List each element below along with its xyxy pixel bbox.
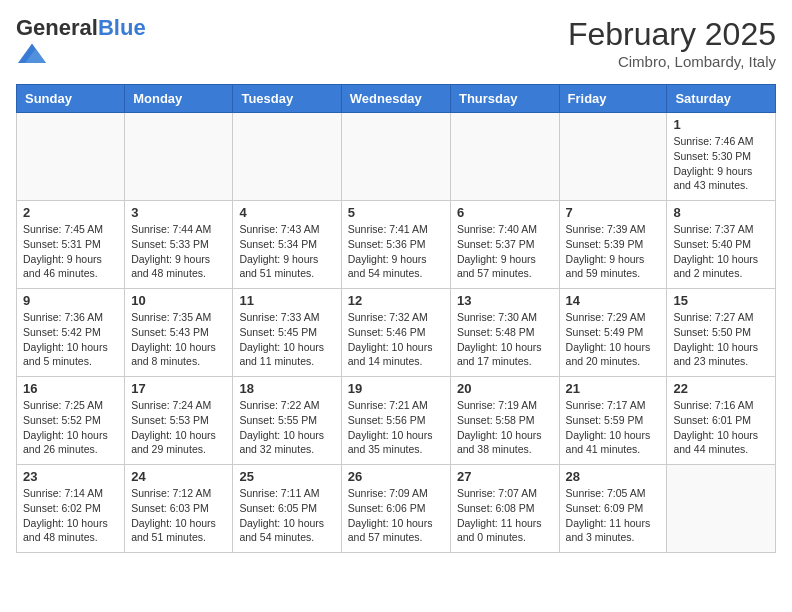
day-number: 28 — [566, 469, 661, 484]
day-number: 23 — [23, 469, 118, 484]
calendar-cell: 11Sunrise: 7:33 AM Sunset: 5:45 PM Dayli… — [233, 289, 341, 377]
day-number: 15 — [673, 293, 769, 308]
day-info: Sunrise: 7:11 AM Sunset: 6:05 PM Dayligh… — [239, 486, 334, 545]
logo: GeneralBlue — [16, 16, 146, 72]
calendar-cell — [125, 113, 233, 201]
calendar-cell: 14Sunrise: 7:29 AM Sunset: 5:49 PM Dayli… — [559, 289, 667, 377]
day-number: 9 — [23, 293, 118, 308]
calendar-cell: 19Sunrise: 7:21 AM Sunset: 5:56 PM Dayli… — [341, 377, 450, 465]
weekday-header-saturday: Saturday — [667, 85, 776, 113]
calendar-cell: 28Sunrise: 7:05 AM Sunset: 6:09 PM Dayli… — [559, 465, 667, 553]
weekday-header-monday: Monday — [125, 85, 233, 113]
day-number: 7 — [566, 205, 661, 220]
calendar-cell — [450, 113, 559, 201]
day-info: Sunrise: 7:40 AM Sunset: 5:37 PM Dayligh… — [457, 222, 553, 281]
weekday-header-row: SundayMondayTuesdayWednesdayThursdayFrid… — [17, 85, 776, 113]
calendar-cell — [17, 113, 125, 201]
calendar-cell: 9Sunrise: 7:36 AM Sunset: 5:42 PM Daylig… — [17, 289, 125, 377]
day-info: Sunrise: 7:22 AM Sunset: 5:55 PM Dayligh… — [239, 398, 334, 457]
day-number: 22 — [673, 381, 769, 396]
month-year: February 2025 — [568, 16, 776, 53]
day-info: Sunrise: 7:39 AM Sunset: 5:39 PM Dayligh… — [566, 222, 661, 281]
calendar-cell: 15Sunrise: 7:27 AM Sunset: 5:50 PM Dayli… — [667, 289, 776, 377]
day-number: 17 — [131, 381, 226, 396]
calendar-cell: 12Sunrise: 7:32 AM Sunset: 5:46 PM Dayli… — [341, 289, 450, 377]
day-number: 8 — [673, 205, 769, 220]
page-header: GeneralBlue February 2025 Cimbro, Lombar… — [16, 16, 776, 72]
day-number: 24 — [131, 469, 226, 484]
calendar-cell: 17Sunrise: 7:24 AM Sunset: 5:53 PM Dayli… — [125, 377, 233, 465]
calendar-cell: 13Sunrise: 7:30 AM Sunset: 5:48 PM Dayli… — [450, 289, 559, 377]
day-info: Sunrise: 7:41 AM Sunset: 5:36 PM Dayligh… — [348, 222, 444, 281]
day-number: 13 — [457, 293, 553, 308]
calendar-cell: 27Sunrise: 7:07 AM Sunset: 6:08 PM Dayli… — [450, 465, 559, 553]
weekday-header-wednesday: Wednesday — [341, 85, 450, 113]
calendar-cell: 23Sunrise: 7:14 AM Sunset: 6:02 PM Dayli… — [17, 465, 125, 553]
calendar-cell: 6Sunrise: 7:40 AM Sunset: 5:37 PM Daylig… — [450, 201, 559, 289]
day-info: Sunrise: 7:29 AM Sunset: 5:49 PM Dayligh… — [566, 310, 661, 369]
calendar-cell: 18Sunrise: 7:22 AM Sunset: 5:55 PM Dayli… — [233, 377, 341, 465]
calendar-week-2: 2Sunrise: 7:45 AM Sunset: 5:31 PM Daylig… — [17, 201, 776, 289]
day-number: 26 — [348, 469, 444, 484]
calendar-cell: 1Sunrise: 7:46 AM Sunset: 5:30 PM Daylig… — [667, 113, 776, 201]
day-number: 14 — [566, 293, 661, 308]
day-info: Sunrise: 7:09 AM Sunset: 6:06 PM Dayligh… — [348, 486, 444, 545]
calendar-cell — [559, 113, 667, 201]
day-info: Sunrise: 7:24 AM Sunset: 5:53 PM Dayligh… — [131, 398, 226, 457]
calendar-cell: 22Sunrise: 7:16 AM Sunset: 6:01 PM Dayli… — [667, 377, 776, 465]
day-number: 25 — [239, 469, 334, 484]
day-number: 3 — [131, 205, 226, 220]
calendar-cell: 8Sunrise: 7:37 AM Sunset: 5:40 PM Daylig… — [667, 201, 776, 289]
day-number: 10 — [131, 293, 226, 308]
weekday-header-sunday: Sunday — [17, 85, 125, 113]
day-info: Sunrise: 7:25 AM Sunset: 5:52 PM Dayligh… — [23, 398, 118, 457]
calendar-week-4: 16Sunrise: 7:25 AM Sunset: 5:52 PM Dayli… — [17, 377, 776, 465]
day-info: Sunrise: 7:12 AM Sunset: 6:03 PM Dayligh… — [131, 486, 226, 545]
day-number: 12 — [348, 293, 444, 308]
day-number: 19 — [348, 381, 444, 396]
calendar-cell: 3Sunrise: 7:44 AM Sunset: 5:33 PM Daylig… — [125, 201, 233, 289]
calendar-cell: 4Sunrise: 7:43 AM Sunset: 5:34 PM Daylig… — [233, 201, 341, 289]
calendar-cell: 25Sunrise: 7:11 AM Sunset: 6:05 PM Dayli… — [233, 465, 341, 553]
weekday-header-tuesday: Tuesday — [233, 85, 341, 113]
weekday-header-thursday: Thursday — [450, 85, 559, 113]
calendar-cell — [233, 113, 341, 201]
logo-blue: Blue — [98, 15, 146, 40]
day-info: Sunrise: 7:21 AM Sunset: 5:56 PM Dayligh… — [348, 398, 444, 457]
day-info: Sunrise: 7:33 AM Sunset: 5:45 PM Dayligh… — [239, 310, 334, 369]
day-info: Sunrise: 7:17 AM Sunset: 5:59 PM Dayligh… — [566, 398, 661, 457]
day-info: Sunrise: 7:19 AM Sunset: 5:58 PM Dayligh… — [457, 398, 553, 457]
day-info: Sunrise: 7:16 AM Sunset: 6:01 PM Dayligh… — [673, 398, 769, 457]
day-number: 1 — [673, 117, 769, 132]
day-number: 6 — [457, 205, 553, 220]
calendar-cell: 10Sunrise: 7:35 AM Sunset: 5:43 PM Dayli… — [125, 289, 233, 377]
day-info: Sunrise: 7:35 AM Sunset: 5:43 PM Dayligh… — [131, 310, 226, 369]
calendar-cell: 21Sunrise: 7:17 AM Sunset: 5:59 PM Dayli… — [559, 377, 667, 465]
day-info: Sunrise: 7:36 AM Sunset: 5:42 PM Dayligh… — [23, 310, 118, 369]
day-info: Sunrise: 7:30 AM Sunset: 5:48 PM Dayligh… — [457, 310, 553, 369]
day-info: Sunrise: 7:27 AM Sunset: 5:50 PM Dayligh… — [673, 310, 769, 369]
calendar-cell: 7Sunrise: 7:39 AM Sunset: 5:39 PM Daylig… — [559, 201, 667, 289]
day-number: 11 — [239, 293, 334, 308]
calendar-week-1: 1Sunrise: 7:46 AM Sunset: 5:30 PM Daylig… — [17, 113, 776, 201]
calendar-week-5: 23Sunrise: 7:14 AM Sunset: 6:02 PM Dayli… — [17, 465, 776, 553]
calendar-cell: 2Sunrise: 7:45 AM Sunset: 5:31 PM Daylig… — [17, 201, 125, 289]
day-number: 27 — [457, 469, 553, 484]
day-info: Sunrise: 7:44 AM Sunset: 5:33 PM Dayligh… — [131, 222, 226, 281]
calendar-table: SundayMondayTuesdayWednesdayThursdayFrid… — [16, 84, 776, 553]
calendar-cell: 24Sunrise: 7:12 AM Sunset: 6:03 PM Dayli… — [125, 465, 233, 553]
day-info: Sunrise: 7:05 AM Sunset: 6:09 PM Dayligh… — [566, 486, 661, 545]
day-info: Sunrise: 7:45 AM Sunset: 5:31 PM Dayligh… — [23, 222, 118, 281]
weekday-header-friday: Friday — [559, 85, 667, 113]
day-info: Sunrise: 7:32 AM Sunset: 5:46 PM Dayligh… — [348, 310, 444, 369]
day-number: 2 — [23, 205, 118, 220]
calendar-cell — [341, 113, 450, 201]
calendar-cell: 16Sunrise: 7:25 AM Sunset: 5:52 PM Dayli… — [17, 377, 125, 465]
calendar-week-3: 9Sunrise: 7:36 AM Sunset: 5:42 PM Daylig… — [17, 289, 776, 377]
logo-general: General — [16, 15, 98, 40]
location: Cimbro, Lombardy, Italy — [568, 53, 776, 70]
calendar-cell — [667, 465, 776, 553]
day-info: Sunrise: 7:14 AM Sunset: 6:02 PM Dayligh… — [23, 486, 118, 545]
day-number: 21 — [566, 381, 661, 396]
day-number: 18 — [239, 381, 334, 396]
